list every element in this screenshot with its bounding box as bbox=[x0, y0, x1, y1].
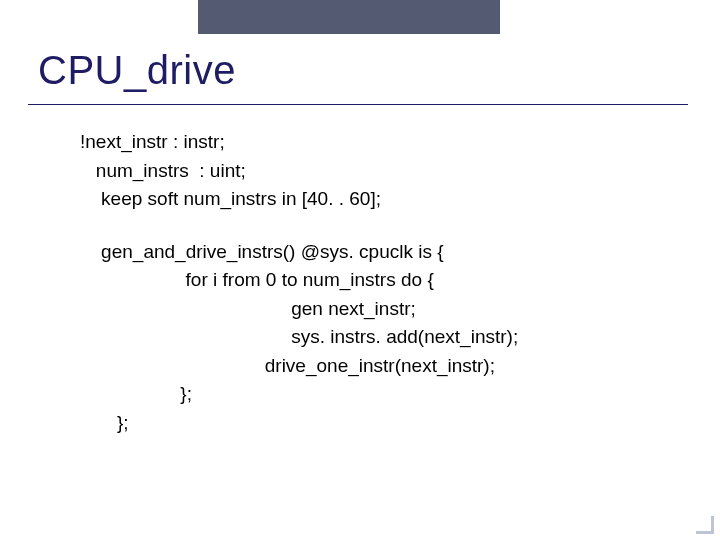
blank-line bbox=[80, 214, 680, 238]
code-block: !next_instr : instr; num_instrs : uint; … bbox=[80, 128, 680, 437]
header-accent-bar bbox=[198, 0, 500, 34]
corner-decoration-icon bbox=[696, 516, 714, 534]
code-line: for i from 0 to num_instrs do { bbox=[80, 266, 680, 295]
code-line: keep soft num_instrs in [40. . 60]; bbox=[80, 185, 680, 214]
code-line: gen next_instr; bbox=[80, 295, 680, 324]
slide: CPU_drive !next_instr : instr; num_instr… bbox=[0, 0, 720, 540]
code-line: drive_one_instr(next_instr); bbox=[80, 352, 680, 381]
code-line: gen_and_drive_instrs() @sys. cpuclk is { bbox=[80, 238, 680, 267]
code-line: num_instrs : uint; bbox=[80, 157, 680, 186]
slide-title: CPU_drive bbox=[38, 48, 236, 93]
code-line: }; bbox=[80, 380, 680, 409]
code-line: sys. instrs. add(next_instr); bbox=[80, 323, 680, 352]
code-line: }; bbox=[80, 409, 680, 438]
code-line: !next_instr : instr; bbox=[80, 128, 680, 157]
title-underline bbox=[28, 104, 688, 105]
